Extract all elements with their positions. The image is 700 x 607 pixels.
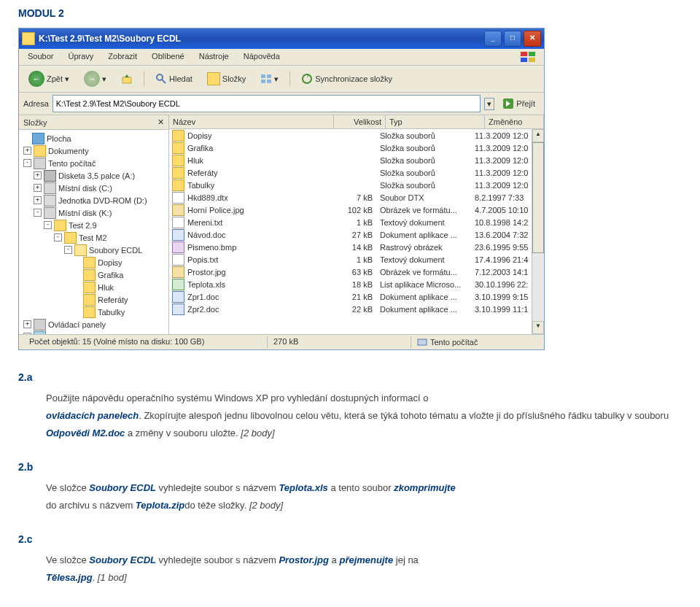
expand-icon[interactable]: - <box>64 246 72 254</box>
expand-icon[interactable]: - <box>54 233 62 241</box>
close-pane-icon[interactable]: ✕ <box>158 117 164 127</box>
address-dropdown-icon[interactable]: ▾ <box>484 98 494 110</box>
file-type: Dokument aplikace ... <box>376 231 471 239</box>
folders-pane: Složky ✕ Plocha+Dokumenty-Tento počítač+… <box>19 115 169 334</box>
back-button[interactable]: ←Zpět ▾ <box>23 69 74 89</box>
tree-item-label: Tento počítač <box>48 159 96 168</box>
txt-icon <box>172 254 184 266</box>
tree-item[interactable]: Referáty <box>20 293 167 306</box>
menu-napoveda[interactable]: Nápověda <box>238 50 286 63</box>
file-row[interactable]: Mereni.txt1 kBTextový dokument10.8.1998 … <box>169 216 532 228</box>
menu-nastroje[interactable]: Nástroje <box>193 50 235 63</box>
file-row[interactable]: Teplota.xls18 kBList aplikace Microso...… <box>169 278 532 290</box>
file-row[interactable]: HlukSložka souborů11.3.2009 12:0 <box>169 154 532 166</box>
go-button[interactable]: Přejít <box>498 97 540 110</box>
file-row[interactable]: Pismeno.bmp14 kBRastrový obrázek23.6.199… <box>169 241 532 253</box>
column-name[interactable]: Název <box>169 115 334 128</box>
titlebar[interactable]: K:\Test 2.9\Test M2\Soubory ECDL _ □ ✕ <box>19 28 544 49</box>
expand-icon[interactable]: - <box>23 159 31 167</box>
close-button[interactable]: ✕ <box>524 31 541 47</box>
tree-item[interactable]: +Disketa 3,5 palce (A:) <box>20 169 167 182</box>
tree-item[interactable]: Plocha <box>20 132 167 144</box>
file-row[interactable]: ReferátySložka souborů11.3.2009 12:0 <box>169 166 532 179</box>
tree-item[interactable]: Tabulky <box>20 306 167 318</box>
expand-icon[interactable]: + <box>34 171 42 179</box>
file-row[interactable]: Popis.txt1 kBTextový dokument17.4.1996 2… <box>169 253 532 266</box>
forward-button[interactable]: → ▾ <box>79 69 112 89</box>
sync-button[interactable]: Synchronizace složky <box>296 71 397 87</box>
tree-item[interactable]: -Tento počítač <box>20 157 167 169</box>
tree-item[interactable]: Hluk <box>20 281 167 293</box>
file-name: Grafika <box>187 144 213 152</box>
tree-item[interactable]: +Ovládací panely <box>20 318 167 330</box>
file-row[interactable]: Horní Police.jpg102 kBObrázek ve formátu… <box>169 204 532 216</box>
maximize-button[interactable]: □ <box>504 31 521 47</box>
expand-icon[interactable]: + <box>23 333 31 334</box>
expand-icon[interactable]: - <box>34 209 42 217</box>
menu-soubor[interactable]: Soubor <box>22 50 59 63</box>
tree-item[interactable]: Grafika <box>20 268 167 281</box>
column-size[interactable]: Velikost <box>334 115 386 128</box>
menu-zobrazit[interactable]: Zobrazit <box>102 50 143 63</box>
column-type[interactable]: Typ <box>386 115 485 128</box>
expand-icon[interactable]: + <box>23 147 31 155</box>
control-icon <box>34 319 46 330</box>
tree-item[interactable]: +Jednotka DVD-ROM (D:) <box>20 194 167 206</box>
tree-item[interactable]: +Dokumenty <box>20 144 167 157</box>
tree-item[interactable]: -Test M2 <box>20 231 167 244</box>
file-name: Hkd889.dtx <box>187 193 228 202</box>
tree-item-label: Jednotka DVD-ROM (D:) <box>58 196 147 205</box>
file-name: Dopisy <box>187 131 212 140</box>
scroll-thumb[interactable] <box>532 142 544 253</box>
file-row[interactable]: Hkd889.dtx7 kBSoubor DTX8.2.1997 7:33 <box>169 191 532 204</box>
file-date: 11.3.2009 12:0 <box>471 131 532 140</box>
file-type: Textový dokument <box>376 255 471 264</box>
file-row[interactable]: DopisySložka souborů11.3.2009 12:0 <box>169 129 532 142</box>
tree-item-label: Plocha <box>47 134 71 143</box>
expand-icon[interactable]: + <box>34 196 42 204</box>
expand-icon[interactable]: + <box>34 184 42 192</box>
menu-upravy[interactable]: Úpravy <box>62 50 99 63</box>
folders-button[interactable]: Složky <box>202 70 251 88</box>
status-total-size: 270 kB <box>268 336 411 348</box>
views-button[interactable]: ▾ <box>255 71 284 87</box>
file-row[interactable]: Zpr2.doc22 kBDokument aplikace ...3.10.1… <box>169 303 532 315</box>
tree-item[interactable]: -Místní disk (K:) <box>20 206 167 219</box>
file-row[interactable]: Návod.doc27 kBDokument aplikace ...13.6.… <box>169 228 532 241</box>
folder-icon <box>172 142 184 154</box>
file-row[interactable]: Prostor.jpg63 kBObrázek ve formátu...7.1… <box>169 266 532 278</box>
file-size: 63 kB <box>329 268 376 277</box>
address-input[interactable] <box>52 95 481 112</box>
tree-item[interactable]: -Test 2.9 <box>20 219 167 231</box>
jpg-icon <box>172 204 184 216</box>
scroll-up-icon[interactable]: ▲ <box>532 129 544 142</box>
up-button[interactable] <box>116 71 138 87</box>
tree-item[interactable]: Dopisy <box>20 256 167 268</box>
file-name: Referáty <box>187 169 218 177</box>
svg-rect-10 <box>267 80 271 83</box>
column-date[interactable]: Změněno <box>485 115 544 128</box>
tree-item[interactable]: -Soubory ECDL <box>20 244 167 256</box>
tree-item[interactable]: +Místní disk (C:) <box>20 182 167 194</box>
minimize-button[interactable]: _ <box>484 31 502 47</box>
menubar: Soubor Úpravy Zobrazit Oblíbené Nástroje… <box>19 49 544 66</box>
file-date: 11.3.2009 12:0 <box>471 144 532 152</box>
svg-rect-8 <box>267 74 271 78</box>
doc-icon <box>172 291 184 303</box>
scroll-down-icon[interactable]: ▼ <box>532 321 544 334</box>
task-number: 2.c <box>18 530 682 549</box>
file-row[interactable]: TabulkySložka souborů11.3.2009 12:0 <box>169 179 532 191</box>
svg-line-6 <box>162 80 166 83</box>
tree-item-label: Místní disk (C:) <box>58 184 112 193</box>
vertical-scrollbar[interactable]: ▲ ▼ <box>532 129 544 334</box>
file-row[interactable]: GrafikaSložka souborů11.3.2009 12:0 <box>169 142 532 154</box>
menu-oblibene[interactable]: Oblíbené <box>146 50 190 63</box>
file-row[interactable]: Zpr1.doc21 kBDokument aplikace ...3.10.1… <box>169 290 532 303</box>
tree-item[interactable]: +Místa v síti <box>20 330 167 334</box>
svg-rect-1 <box>529 52 535 56</box>
svg-rect-7 <box>261 74 265 78</box>
folder-icon <box>83 294 96 306</box>
expand-icon[interactable]: - <box>44 221 52 229</box>
search-button[interactable]: Hledat <box>150 71 198 87</box>
expand-icon[interactable]: + <box>23 320 31 328</box>
